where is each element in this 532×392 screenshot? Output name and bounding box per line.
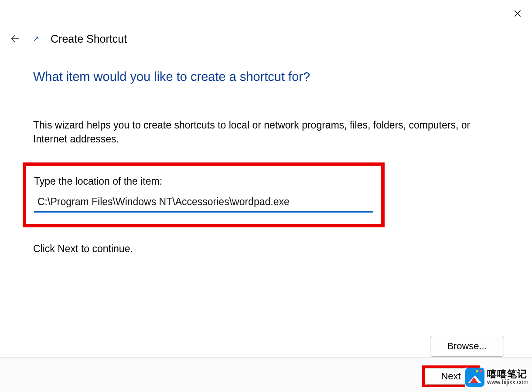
back-button[interactable] (9, 32, 22, 45)
main-heading: What item would you like to create a sho… (33, 70, 499, 84)
location-input-label: Type the location of the item: (34, 176, 373, 187)
close-button[interactable] (511, 7, 524, 20)
watermark-logo-icon (465, 368, 484, 387)
arrow-left-icon (10, 33, 21, 44)
wizard-footer: Next (0, 357, 532, 392)
location-input[interactable] (34, 193, 373, 213)
wizard-description: This wizard helps you to create shortcut… (33, 118, 499, 146)
watermark: 嘻嘻笔记 www.bijixx.com (465, 368, 529, 387)
create-shortcut-wizard: Create Shortcut What item would you like… (0, 0, 532, 392)
continue-instructions: Click Next to continue. (33, 243, 499, 255)
location-highlight-box: Type the location of the item: (23, 162, 385, 227)
watermark-title: 嘻嘻笔记 (487, 369, 529, 379)
wizard-body: What item would you like to create a sho… (33, 70, 499, 255)
close-icon (513, 9, 522, 18)
page-title: Create Shortcut (51, 33, 127, 45)
shortcut-arrow-icon (32, 35, 40, 43)
wizard-header: Create Shortcut (9, 32, 523, 45)
watermark-url: www.bijixx.com (487, 379, 529, 385)
browse-button[interactable]: Browse... (430, 336, 504, 357)
